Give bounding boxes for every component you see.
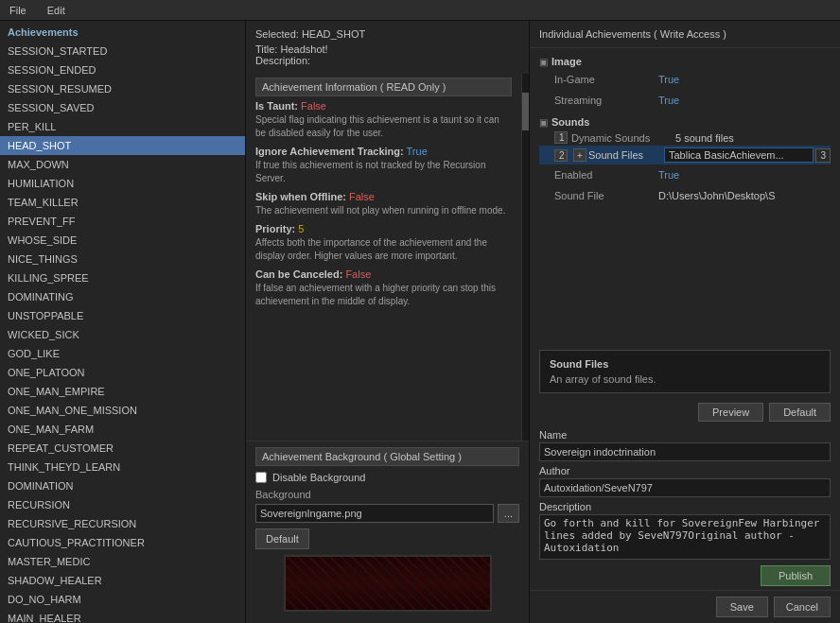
can-cancel-desc: If false an achievement with a higher pr…	[255, 282, 512, 308]
right-panel-header: Individual Achievements ( Write Access )	[530, 21, 840, 48]
dynamic-sounds-value: 5 sound files	[675, 132, 734, 144]
sound-info-desc: An array of sound files.	[550, 373, 820, 385]
list-item[interactable]: THINK_THEYD_LEARN	[0, 458, 245, 476]
sound-file-row: Sound File D:\Users\John\Desktop\S	[539, 185, 831, 206]
list-item[interactable]: SHADOW_HEALER	[0, 571, 245, 590]
list-item[interactable]: PER_KILL	[0, 117, 245, 136]
sound-file-key: Sound File	[554, 187, 658, 204]
list-item[interactable]: TEAM_KILLER	[0, 193, 245, 212]
ignore-tracking-value: True	[407, 146, 428, 157]
cancel-button[interactable]: Cancel	[774, 597, 831, 617]
streaming-value: True	[658, 92, 831, 109]
sound-files-expand-icon[interactable]: +	[573, 148, 586, 162]
streaming-key: Streaming	[554, 92, 658, 109]
info-section-header: Achievement Information ( READ Only )	[255, 78, 512, 96]
edit-menu[interactable]: Edit	[42, 3, 71, 18]
sound-info-title: Sound Files	[550, 358, 820, 370]
desc-label: Description:	[255, 55, 310, 66]
streaming-row: Streaming True	[539, 90, 831, 111]
bg-default-button[interactable]: Default	[255, 528, 309, 549]
list-item[interactable]: CAUTIOUS_PRACTITIONER	[0, 533, 245, 552]
sounds-section: ▣ Sounds 1 Dynamic Sounds 5 sound files …	[539, 114, 831, 206]
publish-button[interactable]: Publish	[761, 565, 831, 586]
image-section-header: ▣ Image	[539, 54, 831, 69]
list-item[interactable]: DOMINATING	[0, 287, 245, 306]
name-label: Name	[539, 429, 831, 441]
list-item[interactable]: MAX_DOWN	[0, 155, 245, 174]
priority-desc: Affects both the importance of the achie…	[255, 236, 512, 263]
bg-section-header: Achievement Background ( Global Setting …	[255, 447, 519, 466]
list-item[interactable]: KILLING_SPREE	[0, 268, 245, 287]
title-value: Headshot!	[281, 43, 328, 55]
dynamic-sounds-row: 1 Dynamic Sounds 5 sound files	[539, 130, 831, 146]
middle-scrollbar[interactable]	[521, 74, 529, 441]
sound-files-edit-icon[interactable]: 3	[815, 148, 831, 163]
list-item[interactable]: ONE_MAN_FARM	[0, 420, 245, 439]
enabled-value: True	[658, 166, 831, 183]
preview-image-inner	[286, 557, 490, 610]
menubar: File Edit	[0, 0, 840, 21]
in-game-value: True	[658, 71, 831, 88]
list-item[interactable]: DO_NO_HARM	[0, 590, 245, 609]
is-taunt-field: Is Taunt: False Special flag indicating …	[255, 100, 512, 140]
list-item-selected[interactable]: HEAD_SHOT	[0, 136, 245, 155]
list-item[interactable]: MASTER_MEDIC	[0, 552, 245, 571]
priority-field: Priority: 5 Affects both the importance …	[255, 223, 512, 263]
ignore-tracking-desc: If true this achievement is not tracked …	[255, 159, 512, 185]
achievements-header: Achievements	[0, 21, 245, 42]
list-item[interactable]: NICE_THINGS	[0, 250, 245, 268]
sound-file-value: D:\Users\John\Desktop\S	[658, 187, 831, 204]
skip-offline-value: False	[349, 191, 375, 202]
sound-files-row[interactable]: 2 + Sound Files Tablica BasicAchievem...…	[539, 146, 831, 164]
list-item[interactable]: PREVENT_FF	[0, 212, 245, 231]
list-item[interactable]: SESSION_ENDED	[0, 61, 245, 79]
left-panel: Achievements SESSION_STARTED SESSION_END…	[0, 21, 246, 623]
bg-input[interactable]	[255, 504, 494, 523]
sound-files-key: Sound Files	[588, 149, 664, 161]
in-game-row: In-Game True	[539, 69, 831, 90]
disable-bg-checkbox[interactable]	[255, 472, 267, 483]
title-label: Title:	[255, 43, 277, 55]
list-item[interactable]: WHOSE_SIDE	[0, 231, 245, 250]
list-item[interactable]: SESSION_SAVED	[0, 98, 245, 117]
image-section-label: Image	[551, 56, 582, 67]
main-layout: Achievements SESSION_STARTED SESSION_END…	[0, 21, 840, 623]
disable-bg-row: Disable Background	[255, 472, 519, 483]
bg-browse-button[interactable]: ...	[498, 504, 519, 523]
bg-input-row: ...	[255, 504, 519, 523]
list-item[interactable]: WICKED_SICK	[0, 325, 245, 344]
list-item[interactable]: GOD_LIKE	[0, 344, 245, 363]
save-button[interactable]: Save	[716, 597, 768, 617]
preview-button[interactable]: Preview	[698, 403, 763, 422]
sound-files-value[interactable]: Tablica BasicAchievem...	[664, 147, 814, 163]
list-item[interactable]: SESSION_RESUMED	[0, 79, 245, 98]
list-item[interactable]: UNSTOPPABLE	[0, 306, 245, 325]
list-item[interactable]: RECURSION	[0, 495, 245, 514]
can-cancel-value: False	[345, 268, 371, 280]
file-menu[interactable]: File	[4, 3, 32, 18]
list-item[interactable]: MAIN_HEALER	[0, 609, 245, 623]
bg-label: Background	[255, 489, 519, 500]
middle-scroll-area: Achievement Information ( READ Only ) Is…	[246, 74, 521, 441]
list-item[interactable]: ONE_PLATOON	[0, 363, 245, 382]
list-item[interactable]: HUMILIATION	[0, 174, 245, 193]
author-input[interactable]	[539, 478, 831, 497]
enabled-key: Enabled	[554, 166, 658, 183]
list-item[interactable]: ONE_MAN_ONE_MISSION	[0, 401, 245, 420]
list-item[interactable]: SESSION_STARTED	[0, 42, 245, 61]
priority-label: Priority:	[255, 223, 295, 234]
default-button[interactable]: Default	[769, 403, 831, 422]
scrollbar-thumb[interactable]	[522, 93, 529, 130]
list-item[interactable]: REPEAT_CUSTOMER	[0, 439, 245, 458]
image-collapse-icon[interactable]: ▣	[539, 57, 548, 67]
name-input[interactable]	[539, 442, 831, 461]
list-item[interactable]: DOMINATION	[0, 476, 245, 495]
description-label: Description	[539, 501, 831, 512]
description-textarea[interactable]: Go forth and kill for SovereignFew Harbi…	[539, 514, 831, 560]
is-taunt-desc: Special flag indicating this achievement…	[255, 113, 512, 140]
list-item[interactable]: ONE_MAN_EMPIRE	[0, 382, 245, 401]
list-item[interactable]: RECURSIVE_RECURSION	[0, 514, 245, 533]
image-section: ▣ Image In-Game True Streaming True	[539, 54, 831, 111]
ignore-tracking-label: Ignore Achievement Tracking:	[255, 146, 404, 157]
sounds-collapse-icon[interactable]: ▣	[539, 117, 548, 128]
